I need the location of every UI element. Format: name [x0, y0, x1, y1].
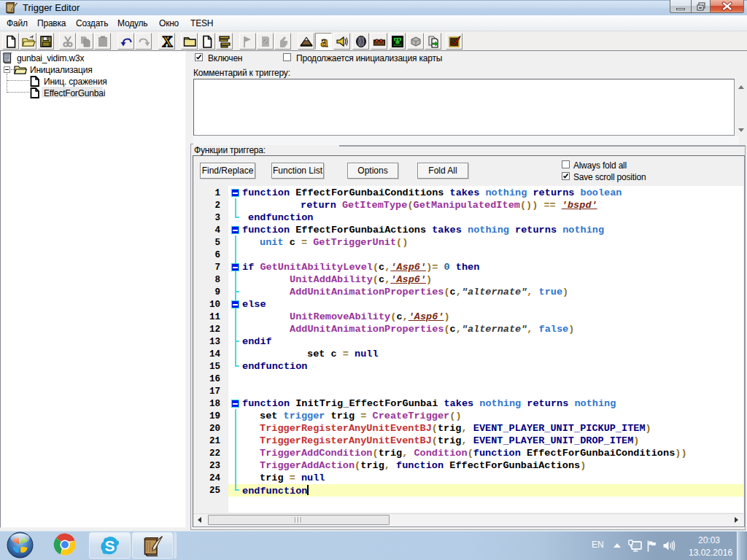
svg-text:X: X: [162, 34, 173, 50]
svg-text:a: a: [321, 34, 328, 50]
svg-text:S: S: [104, 537, 115, 554]
